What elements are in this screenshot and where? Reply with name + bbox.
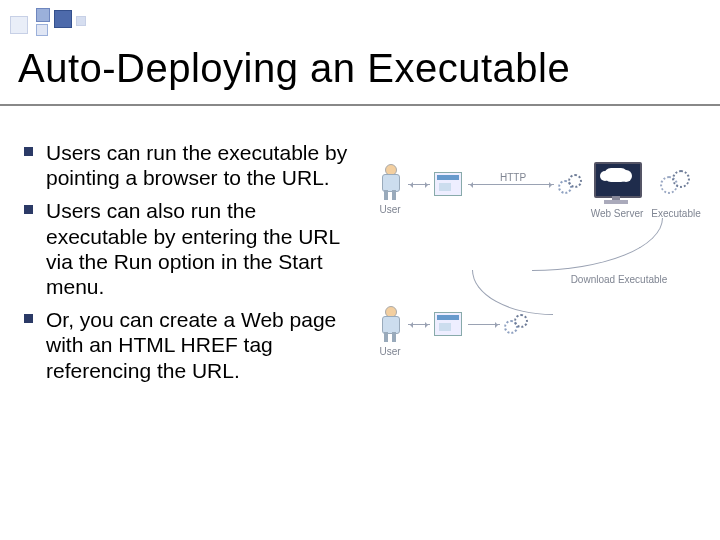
diagram: User HTTP Web Server Executable Download… [372, 156, 702, 396]
gears-icon [504, 314, 528, 338]
arrow-user-browser-bot [408, 324, 430, 325]
arrow-http [468, 184, 554, 185]
user-icon [378, 306, 404, 342]
label-download: Download Executable [554, 274, 684, 285]
label-http: HTTP [490, 172, 536, 183]
slide-corner-decoration [6, 6, 126, 42]
title-divider [0, 104, 720, 106]
arrow-browser-gears [468, 324, 500, 325]
bullet-item: Or, you can create a Web page with an HT… [22, 307, 362, 383]
arrow-user-browser [408, 184, 430, 185]
browser-icon [434, 172, 462, 196]
label-user-top: User [370, 204, 410, 215]
slide-title: Auto-Deploying an Executable [18, 46, 702, 91]
slide-body: Users can run the executable by pointing… [22, 140, 362, 391]
executable-icon [660, 170, 690, 200]
slide: Auto-Deploying an Executable Users can r… [0, 0, 720, 540]
bullet-item: Users can also run the executable by ent… [22, 198, 362, 299]
user-icon [378, 164, 404, 200]
curve-download [532, 218, 663, 271]
bullet-list: Users can run the executable by pointing… [22, 140, 362, 383]
gears-icon [558, 174, 582, 198]
server-icon [594, 162, 640, 204]
browser-icon [434, 312, 462, 336]
bullet-item: Users can run the executable by pointing… [22, 140, 362, 190]
curve-download-2 [472, 270, 553, 315]
label-user-bot: User [370, 346, 410, 357]
